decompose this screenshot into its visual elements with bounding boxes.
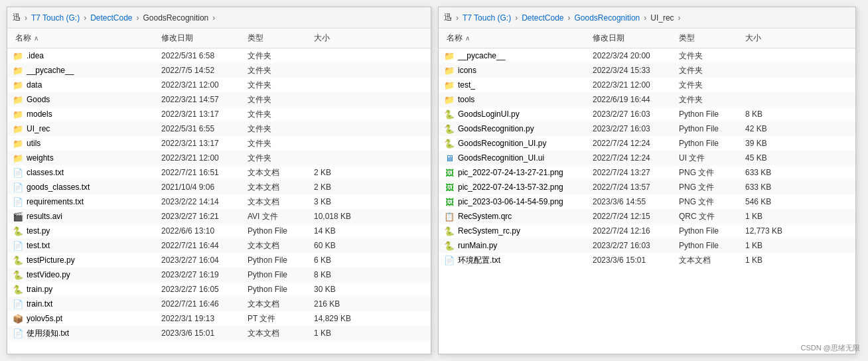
- file-name-cell: 🐍 test.py: [13, 226, 159, 236]
- file-date: 2022/6/19 16:44: [590, 95, 676, 104]
- file-row[interactable]: 📄 test.txt 2022/7/21 16:44 文本文档 60 KB: [7, 238, 431, 253]
- file-row[interactable]: 📁 UI_rec 2022/5/31 6:55 文件夹: [7, 121, 431, 136]
- file-type: 文件夹: [676, 50, 743, 62]
- file-name-cell: 🖼 pic_2023-03-06-14-54-59.png: [444, 196, 590, 207]
- file-row[interactable]: 📁 icons 2022/3/24 15:33 文件夹: [439, 63, 855, 78]
- file-row[interactable]: 📄 classes.txt 2022/7/21 16:51 文本文档 2 KB: [7, 165, 431, 180]
- right-breadcrumb-drive[interactable]: T7 Touch (G:): [463, 13, 511, 23]
- file-date: 2023/2/27 16:04: [159, 255, 245, 265]
- file-name-cell: 🐍 testVideo.py: [13, 269, 159, 280]
- file-date: 2023/3/6 15:01: [159, 328, 245, 338]
- file-row[interactable]: 🐍 test.py 2022/6/6 13:10 Python File 14 …: [7, 224, 431, 238]
- folder-icon: 📁: [444, 94, 455, 105]
- file-size: 1 KB: [311, 328, 364, 338]
- file-row[interactable]: 📄 使用须知.txt 2023/3/6 15:01 文本文档 1 KB: [7, 326, 431, 340]
- col-date[interactable]: 修改日期: [159, 31, 245, 45]
- file-row[interactable]: 📁 weights 2022/3/21 12:00 文件夹: [7, 151, 431, 165]
- file-row[interactable]: 🐍 RecSystem_rc.py 2022/7/24 12:16 Python…: [439, 224, 855, 238]
- file-row[interactable]: 📁 utils 2022/3/21 13:17 文件夹: [7, 136, 431, 151]
- file-name-cell: 📁 .idea: [13, 50, 159, 61]
- file-date: 2022/7/21 16:51: [159, 168, 245, 177]
- file-row[interactable]: 📄 goods_classes.txt 2021/10/4 9:06 文本文档 …: [7, 180, 431, 194]
- file-name-text: pic_2023-03-06-14-54-59.png: [458, 197, 563, 206]
- file-row[interactable]: 📄 train.txt 2022/7/21 16:46 文本文档 216 KB: [7, 297, 431, 311]
- file-row[interactable]: 🐍 runMain.py 2023/2/27 16:03 Python File…: [439, 238, 855, 253]
- right-col-type[interactable]: 类型: [676, 31, 743, 45]
- file-name-cell: 🐍 GoodsRecognition.py: [444, 123, 590, 134]
- file-row[interactable]: 🐍 testVideo.py 2023/2/27 16:19 Python Fi…: [7, 267, 431, 282]
- file-row[interactable]: 🖼 pic_2022-07-24-13-27-21.png 2022/7/24 …: [439, 165, 855, 180]
- file-row[interactable]: 🐍 train.py 2023/2/27 16:05 Python File 3…: [7, 282, 431, 297]
- left-column-header: 名称 ∧ 修改日期 类型 大小: [7, 29, 431, 48]
- file-row[interactable]: 📦 yolov5s.pt 2022/3/1 19:13 PT 文件 14,829…: [7, 311, 431, 326]
- file-type: Python File: [245, 285, 311, 294]
- file-row[interactable]: 🐍 testPicture.py 2023/2/27 16:04 Python …: [7, 253, 431, 267]
- file-type: 文件夹: [245, 123, 311, 135]
- file-type: 文件夹: [245, 153, 311, 164]
- file-row[interactable]: 🐍 GoodsRecognition_UI.py 2022/7/24 12:24…: [439, 136, 855, 151]
- file-row[interactable]: 📁 tools 2022/6/19 16:44 文件夹: [439, 92, 855, 107]
- file-row[interactable]: 🖼 pic_2022-07-24-13-57-32.png 2022/7/24 …: [439, 180, 855, 194]
- file-type: Python File: [245, 226, 311, 236]
- file-row[interactable]: 📁 test_ 2022/3/21 12:00 文件夹: [439, 78, 855, 92]
- file-row[interactable]: 📄 requirements.txt 2023/2/22 14:14 文本文档 …: [7, 194, 431, 209]
- file-name-cell: 📁 data: [13, 80, 159, 90]
- file-date: 2023/3/6 14:55: [590, 197, 676, 206]
- right-col-date[interactable]: 修改日期: [590, 31, 676, 45]
- file-row[interactable]: 📋 RecSystem.qrc 2022/7/24 12:15 QRC 文件 1…: [439, 209, 855, 224]
- file-row[interactable]: 📁 Goods 2022/3/21 14:57 文件夹: [7, 92, 431, 107]
- file-name-cell: 🐍 GoodsLoginUI.py: [444, 109, 590, 119]
- folder-icon: 📁: [13, 65, 23, 76]
- file-name-text: GoodsRecognition.py: [458, 124, 534, 133]
- breadcrumb-drive[interactable]: T7 Touch (G:): [31, 13, 80, 23]
- file-row[interactable]: 📁 models 2022/3/21 13:17 文件夹: [7, 107, 431, 121]
- file-name-cell: 📄 test.txt: [13, 240, 159, 251]
- file-row[interactable]: 🐍 GoodsLoginUI.py 2023/2/27 16:03 Python…: [439, 107, 855, 121]
- file-row[interactable]: 🐍 GoodsRecognition.py 2023/2/27 16:03 Py…: [439, 121, 855, 136]
- file-size: 39 KB: [743, 139, 796, 148]
- file-row[interactable]: 📄 环境配置.txt 2023/3/6 15:01 文本文档 1 KB: [439, 253, 855, 267]
- file-date: 2022/7/24 12:24: [590, 153, 676, 163]
- watermark: CSDN @思绪无限: [801, 343, 860, 353]
- file-name-cell: 📦 yolov5s.pt: [13, 313, 159, 324]
- right-col-size[interactable]: 大小: [743, 31, 796, 45]
- file-type: 文件夹: [245, 50, 311, 62]
- file-size: 633 KB: [743, 182, 796, 192]
- file-type: PNG 文件: [676, 196, 743, 208]
- file-name-text: goods_classes.txt: [27, 182, 90, 192]
- file-date: 2021/10/4 9:06: [159, 182, 245, 192]
- breadcrumb-detectcode[interactable]: DetectCode: [90, 13, 132, 23]
- file-type: UI 文件: [676, 153, 743, 164]
- right-breadcrumb-detectcode[interactable]: DetectCode: [522, 13, 563, 23]
- col-type[interactable]: 类型: [245, 31, 311, 45]
- file-name-text: GoodsLoginUI.py: [458, 109, 520, 119]
- col-name[interactable]: 名称 ∧: [13, 31, 159, 45]
- col-size[interactable]: 大小: [311, 31, 364, 45]
- file-date: 2023/2/27 16:03: [590, 241, 676, 250]
- file-row[interactable]: 📁 .idea 2022/5/31 6:58 文件夹: [7, 48, 431, 63]
- file-name-text: test.py: [27, 226, 50, 236]
- folder-icon: 📁: [13, 80, 23, 90]
- file-row[interactable]: 🖼 pic_2023-03-06-14-54-59.png 2023/3/6 1…: [439, 194, 855, 209]
- file-row[interactable]: 🎬 results.avi 2023/2/27 16:21 AVI 文件 10,…: [7, 209, 431, 224]
- right-col-name[interactable]: 名称 ∧: [444, 31, 590, 45]
- file-row[interactable]: 📁 __pycache__ 2022/7/5 14:52 文件夹: [7, 63, 431, 78]
- file-name-text: __pycache__: [27, 66, 74, 75]
- file-size: 1 KB: [743, 212, 796, 221]
- file-row[interactable]: 📁 __pycache__ 2022/3/24 20:00 文件夹: [439, 48, 855, 63]
- file-row[interactable]: 📁 data 2022/3/21 12:00 文件夹: [7, 78, 431, 92]
- py-icon: 🐍: [13, 226, 23, 236]
- avi-icon: 🎬: [13, 211, 23, 222]
- folder-icon: 📁: [13, 109, 23, 119]
- folder-icon: 📁: [444, 80, 455, 90]
- right-breadcrumb-goodsrecognition[interactable]: GoodsRecognition: [575, 13, 640, 23]
- file-size: 12,773 KB: [743, 226, 796, 236]
- folder-icon: 📁: [444, 65, 455, 76]
- file-row[interactable]: 🖥 GoodsRecognition_UI.ui 2022/7/24 12:24…: [439, 151, 855, 165]
- file-name-cell: 🐍 runMain.py: [444, 240, 590, 251]
- txt-icon: 📄: [13, 299, 23, 309]
- file-type: 文件夹: [245, 94, 311, 106]
- file-size: 633 KB: [743, 168, 796, 177]
- file-size: 3 KB: [311, 197, 364, 206]
- file-name-cell: 📄 train.txt: [13, 299, 159, 309]
